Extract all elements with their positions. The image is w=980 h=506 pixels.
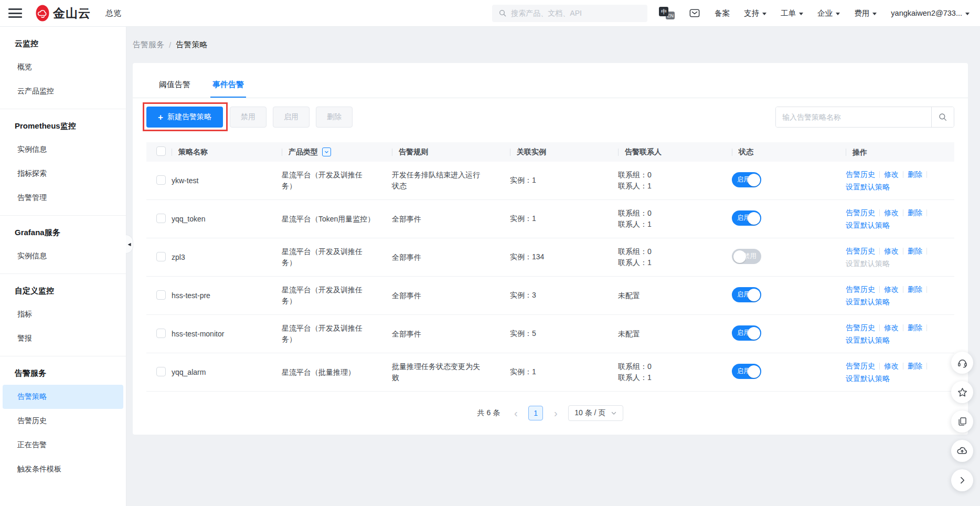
policy-search-button[interactable] bbox=[931, 107, 954, 127]
nav-item-enterprise[interactable]: 企业 bbox=[817, 8, 840, 18]
search-icon bbox=[938, 112, 947, 122]
table-header: 策略名称 产品类型 告警规则 关联实例 告警联系人 状态 操作 bbox=[146, 142, 954, 162]
action-alarm-history[interactable]: 告警历史 bbox=[846, 169, 884, 180]
new-alarm-policy-button[interactable]: + 新建告警策略 bbox=[146, 107, 223, 128]
action-set-default[interactable]: 设置默认策略 bbox=[846, 259, 890, 268]
cell-alarm-rule: 批量推理任务状态变更为失败 bbox=[392, 361, 510, 383]
hamburger-menu-icon[interactable] bbox=[8, 8, 22, 18]
select-all-checkbox[interactable] bbox=[156, 146, 166, 156]
table-row: zpl3 星流平台（开发及训推任务） 全部事件 实例：134 联系组：0 联系人… bbox=[146, 238, 954, 277]
nav-item-support[interactable]: 支持 bbox=[744, 8, 766, 18]
breadcrumb-current: 告警策略 bbox=[176, 40, 207, 50]
global-search-input[interactable] bbox=[511, 9, 641, 17]
action-set-default[interactable]: 设置默认策略 bbox=[846, 183, 890, 191]
cell-policy-name: hss-test-monitor bbox=[172, 330, 282, 338]
row-checkbox[interactable] bbox=[156, 290, 166, 300]
cell-actions: 告警历史 修改 删除 设置默认策略 bbox=[846, 284, 954, 307]
translate-icon[interactable]: 中 EN bbox=[659, 7, 675, 19]
caret-down-icon bbox=[836, 13, 840, 15]
nav-item-billing[interactable]: 费用 bbox=[854, 8, 877, 18]
search-icon bbox=[498, 9, 507, 17]
copy-icon[interactable] bbox=[951, 410, 973, 433]
sidebar-item-alerts[interactable]: 警报 bbox=[3, 326, 123, 351]
cell-policy-name: ykw-test bbox=[172, 176, 282, 185]
sidebar-item-grafana-instance[interactable]: 实例信息 bbox=[3, 244, 123, 268]
filter-icon[interactable] bbox=[322, 147, 331, 156]
action-set-default[interactable]: 设置默认策略 bbox=[846, 336, 890, 344]
star-icon[interactable] bbox=[951, 381, 973, 403]
action-edit[interactable]: 修改 bbox=[884, 169, 908, 180]
action-alarm-history[interactable]: 告警历史 bbox=[846, 284, 884, 294]
status-toggle[interactable]: 禁用 bbox=[732, 249, 761, 264]
sidebar: 云监控 概览 云产品监控 Prometheus监控 实例信息 指标探索 告警管理… bbox=[0, 27, 126, 506]
tab-threshold-alarm[interactable]: 阈值告警 bbox=[159, 80, 190, 98]
action-edit[interactable]: 修改 bbox=[884, 361, 908, 371]
row-checkbox[interactable] bbox=[156, 214, 166, 223]
nav-overview-link[interactable]: 总览 bbox=[105, 8, 121, 18]
action-set-default[interactable]: 设置默认策略 bbox=[846, 221, 890, 229]
headset-icon[interactable] bbox=[951, 352, 973, 374]
chevron-right-icon[interactable] bbox=[951, 469, 973, 491]
policy-search-input[interactable] bbox=[776, 107, 931, 127]
sidebar-item-metrics[interactable]: 指标 bbox=[3, 302, 123, 326]
pagination-next-icon[interactable]: › bbox=[550, 408, 561, 418]
sidebar-item-alarming-now[interactable]: 正在告警 bbox=[3, 433, 123, 457]
action-set-default[interactable]: 设置默认策略 bbox=[846, 374, 890, 383]
nav-item-ticket[interactable]: 工单 bbox=[781, 8, 803, 18]
global-search[interactable] bbox=[492, 5, 647, 22]
action-alarm-history[interactable]: 告警历史 bbox=[846, 361, 884, 371]
mail-icon[interactable] bbox=[689, 8, 700, 18]
action-edit[interactable]: 修改 bbox=[884, 284, 908, 294]
cell-product-type: 星流平台（开发及训推任务） bbox=[282, 323, 392, 345]
row-checkbox[interactable] bbox=[156, 367, 166, 376]
page-size-select[interactable]: 10 条 / 页 bbox=[568, 405, 623, 421]
row-checkbox[interactable] bbox=[156, 252, 166, 261]
status-toggle[interactable]: 启用 bbox=[732, 325, 761, 341]
table-row: hss-test-monitor 星流平台（开发及训推任务） 全部事件 实例：5… bbox=[146, 315, 954, 353]
logo-text: 金山云 bbox=[53, 5, 91, 22]
action-alarm-history[interactable]: 告警历史 bbox=[846, 207, 884, 218]
action-edit[interactable]: 修改 bbox=[884, 207, 908, 218]
sidebar-item-instance-info[interactable]: 实例信息 bbox=[3, 138, 123, 162]
action-delete[interactable]: 删除 bbox=[908, 322, 931, 333]
cloud-sync-icon[interactable] bbox=[951, 440, 973, 462]
action-delete[interactable]: 删除 bbox=[908, 361, 931, 371]
row-checkbox[interactable] bbox=[156, 329, 166, 338]
enable-button[interactable]: 启用 bbox=[273, 107, 310, 128]
sidebar-item-cloud-product-monitor[interactable]: 云产品监控 bbox=[3, 79, 123, 103]
cell-instances: 实例：3 bbox=[510, 291, 618, 300]
action-alarm-history[interactable]: 告警历史 bbox=[846, 246, 884, 256]
sidebar-item-alarm-policy[interactable]: 告警策略 bbox=[3, 385, 123, 409]
sidebar-item-trigger-template[interactable]: 触发条件模板 bbox=[3, 457, 123, 481]
row-checkbox[interactable] bbox=[156, 175, 166, 185]
tab-event-alarm[interactable]: 事件告警 bbox=[212, 80, 244, 98]
cell-instances: 实例：1 bbox=[510, 176, 618, 185]
nav-item-beian[interactable]: 备案 bbox=[715, 8, 730, 18]
action-set-default[interactable]: 设置默认策略 bbox=[846, 298, 890, 306]
account-menu[interactable]: yangkaiwen2@733... bbox=[891, 9, 970, 17]
sidebar-item-alarm-history[interactable]: 告警历史 bbox=[3, 409, 123, 433]
action-alarm-history[interactable]: 告警历史 bbox=[846, 322, 884, 333]
status-toggle[interactable]: 启用 bbox=[732, 364, 761, 379]
table-row: ykw-test 星流平台（开发及训推任务） 开发任务排队结束进入运行状态 实例… bbox=[146, 162, 954, 200]
sidebar-item-metric-explore[interactable]: 指标探索 bbox=[3, 162, 123, 186]
pagination-prev-icon[interactable]: ‹ bbox=[510, 408, 521, 418]
disable-button[interactable]: 禁用 bbox=[230, 107, 267, 128]
kingsoft-cloud-logo[interactable]: 金山云 bbox=[36, 5, 91, 22]
pagination-page-1[interactable]: 1 bbox=[528, 406, 543, 420]
action-edit[interactable]: 修改 bbox=[884, 322, 908, 333]
sidebar-item-alarm-manage[interactable]: 告警管理 bbox=[3, 186, 123, 210]
status-toggle[interactable]: 启用 bbox=[732, 287, 761, 302]
action-delete[interactable]: 删除 bbox=[908, 207, 931, 218]
status-toggle[interactable]: 启用 bbox=[732, 210, 761, 226]
action-delete[interactable]: 删除 bbox=[908, 246, 931, 256]
cell-alarm-rule: 开发任务排队结束进入运行状态 bbox=[392, 170, 510, 192]
cell-product-type: 星流平台（开发及训推任务） bbox=[282, 246, 392, 268]
delete-button[interactable]: 删除 bbox=[316, 107, 353, 128]
breadcrumb-parent[interactable]: 告警服务 bbox=[133, 40, 164, 50]
status-toggle[interactable]: 启用 bbox=[732, 172, 761, 187]
sidebar-item-overview[interactable]: 概览 bbox=[3, 55, 123, 79]
action-delete[interactable]: 删除 bbox=[908, 169, 931, 180]
action-edit[interactable]: 修改 bbox=[884, 246, 908, 256]
action-delete[interactable]: 删除 bbox=[908, 284, 931, 294]
